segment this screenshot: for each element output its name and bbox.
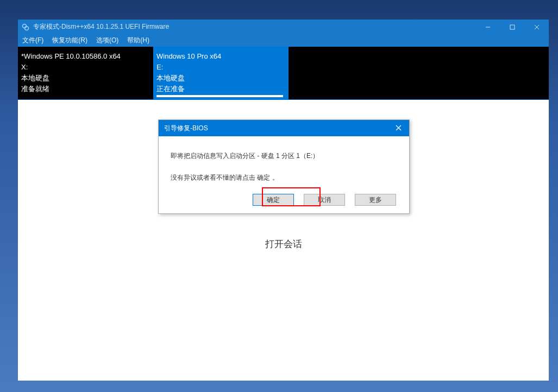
menu-file[interactable]: 文件(F) (22, 36, 43, 45)
close-button[interactable] (524, 20, 549, 34)
menu-options[interactable]: 选项(O) (96, 36, 118, 45)
os-disk: 本地硬盘 (21, 73, 148, 84)
os-panel: *Windows PE 10.0.10586.0 x64 X: 本地硬盘 准备就… (18, 47, 549, 99)
menu-help[interactable]: 帮助(H) (127, 36, 149, 45)
titlebar: 专家模式-Dism++x64 10.1.25.1 UEFI Firmware (18, 20, 549, 34)
os-name: Windows 10 Pro x64 (156, 51, 283, 62)
os-card-win10[interactable]: Windows 10 Pro x64 E: 本地硬盘 正在准备 (153, 47, 289, 99)
cancel-button[interactable]: 取消 (304, 194, 345, 206)
boot-repair-dialog: 引导修复-BIOS 即将把启动信息写入启动分区 - 硬盘 1 分区 1（E:） … (158, 119, 410, 214)
os-name: *Windows PE 10.0.10586.0 x64 (21, 51, 148, 62)
svg-rect-3 (510, 25, 515, 29)
os-card-winpe[interactable]: *Windows PE 10.0.10586.0 x64 X: 本地硬盘 准备就… (18, 47, 153, 99)
os-disk: 本地硬盘 (156, 73, 283, 84)
maximize-button[interactable] (500, 20, 524, 34)
dialog-title-text: 引导修复-BIOS (164, 124, 208, 133)
app-icon (21, 23, 30, 31)
dialog-message-2: 没有异议或者看不懂的请点击 确定 。 (171, 172, 397, 183)
open-session-label: 打开会话 (265, 238, 302, 250)
window-controls (475, 20, 549, 34)
minimize-button[interactable] (475, 20, 500, 34)
os-drive: X: (21, 62, 148, 73)
dialog-message-1: 即将把启动信息写入启动分区 - 硬盘 1 分区 1（E:） (171, 150, 397, 161)
dialog-titlebar: 引导修复-BIOS (159, 120, 409, 136)
os-status: 准备就绪 (21, 84, 148, 94)
dialog-body: 即将把启动信息写入启动分区 - 硬盘 1 分区 1（E:） 没有异议或者看不懂的… (159, 136, 409, 213)
dialog-buttons: 确定 取消 更多 (171, 194, 397, 206)
menubar: 文件(F) 恢复功能(R) 选项(O) 帮助(H) (18, 34, 549, 47)
svg-point-0 (23, 24, 27, 28)
svg-point-1 (25, 26, 29, 30)
dialog-close-button[interactable] (387, 124, 409, 132)
os-progress-bar (156, 95, 283, 97)
os-drive: E: (156, 62, 283, 73)
os-status: 正在准备 (156, 84, 283, 94)
more-button[interactable]: 更多 (355, 194, 396, 206)
menu-recover[interactable]: 恢复功能(R) (52, 36, 87, 45)
ok-button[interactable]: 确定 (253, 194, 294, 206)
window-title: 专家模式-Dism++x64 10.1.25.1 UEFI Firmware (33, 22, 475, 31)
